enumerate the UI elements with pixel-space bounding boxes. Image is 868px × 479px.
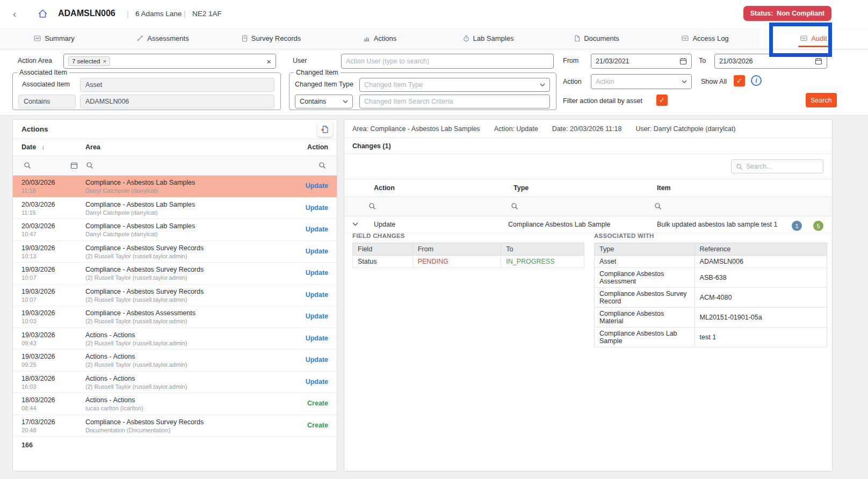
type-column-header: Type <box>595 243 695 256</box>
changes-search-row <box>344 154 832 179</box>
search-icon[interactable] <box>24 162 31 169</box>
search-button[interactable]: Search <box>806 93 837 107</box>
update-link[interactable]: Update <box>306 269 328 277</box>
audit-row[interactable]: 20/03/202610:47Compliance - Asbestos Lab… <box>13 219 337 241</box>
header-separator: | <box>184 10 186 18</box>
actions-panel-header: Actions <box>13 120 337 139</box>
associated-item-legend: Associated Item <box>17 69 69 76</box>
create-link[interactable]: Create <box>307 422 328 429</box>
associated-with-table: Type Reference AssetADAMSLN006 Complianc… <box>594 243 827 347</box>
audit-row[interactable]: 19/03/202610:07Compliance - Asbestos Sur… <box>13 263 337 285</box>
changed-item-legend: Changed Item <box>294 69 341 76</box>
meta-user: User: Darryl Catchpole (darrylcat) <box>635 125 735 133</box>
audit-row[interactable]: 19/03/202610:13Compliance - Asbestos Sur… <box>13 241 337 263</box>
tab-survey-records[interactable]: Survey Records <box>217 28 326 49</box>
filter-by-asset-checkbox[interactable]: ✓ <box>656 95 668 106</box>
search-icon[interactable] <box>654 202 662 210</box>
changed-item-search-input[interactable] <box>359 95 550 108</box>
action-label: Action <box>563 78 582 85</box>
collapse-chevron-icon[interactable] <box>352 222 358 226</box>
filter-by-asset-label: Filter action detail by asset <box>563 97 642 105</box>
update-link[interactable]: Update <box>306 204 328 212</box>
tab-lab-samples[interactable]: Lab Samples <box>434 28 542 49</box>
action-select[interactable]: Action <box>591 74 692 89</box>
audit-row[interactable]: 19/03/202609:43Actions - Actions(2) Russ… <box>13 328 337 350</box>
changes-search-input[interactable] <box>746 163 811 170</box>
update-link[interactable]: Update <box>306 248 328 255</box>
audit-row[interactable]: 19/03/202609:25Actions - Actions(2) Russ… <box>13 350 337 372</box>
changes-type-column: Type <box>513 184 529 192</box>
action-area-multiselect[interactable]: 7 selected × × <box>63 54 276 69</box>
changed-item-type-select[interactable]: Changed Item Type <box>359 78 550 92</box>
audit-row[interactable]: 18/03/202608:44Actions - Actionslucas ca… <box>13 393 337 415</box>
home-icon[interactable] <box>38 9 48 19</box>
audit-row[interactable]: 19/03/202610:03Compliance - Asbestos Ass… <box>13 306 337 328</box>
audit-icon <box>800 35 807 42</box>
to-column-header: To <box>501 243 584 256</box>
audit-row[interactable]: 19/03/202610:07Compliance - Asbestos Sur… <box>13 285 337 307</box>
changed-item-contains-select[interactable]: Contains <box>295 95 353 108</box>
info-icon[interactable]: i <box>751 75 762 86</box>
date-column-header[interactable]: Date↓ <box>21 143 45 151</box>
associated-with-title: ASSOCIATED WITH <box>594 233 827 239</box>
tab-audit[interactable]: Audit <box>760 28 868 49</box>
search-icon[interactable] <box>368 202 376 210</box>
associated-item-label: Associated Item <box>22 81 70 88</box>
association-row: Compliance Asbestos Lab Sampletest 1 <box>595 328 827 347</box>
status-badge: Status: Non Compliant <box>743 6 831 21</box>
search-icon[interactable] <box>319 162 326 169</box>
sort-descending-icon: ↓ <box>41 143 45 151</box>
field-change-row: Status PENDING IN_PROGRESS <box>353 256 584 268</box>
back-icon[interactable]: ‹ <box>13 9 16 20</box>
to-date-input[interactable]: 21/03/2026 <box>714 54 827 69</box>
tab-actions[interactable]: Actions <box>326 28 434 49</box>
chip-remove-icon[interactable]: × <box>103 58 106 64</box>
field-changes-title: FIELD CHANGES <box>352 233 584 239</box>
audit-row[interactable]: 17/03/202620:48Compliance - Asbestos Sur… <box>13 415 337 437</box>
create-link[interactable]: Create <box>307 400 328 407</box>
audit-row[interactable]: 18/03/202616:03Actions - Actions(2) Russ… <box>13 372 337 394</box>
update-link[interactable]: Update <box>306 356 328 364</box>
from-date-input[interactable]: 21/03/2021 <box>591 54 692 69</box>
audit-row[interactable]: 20/03/202611:15Compliance - Asbestos Lab… <box>13 198 337 220</box>
show-all-checkbox[interactable]: ✓ <box>734 75 745 86</box>
changes-item-column: Item <box>657 184 671 192</box>
search-icon[interactable] <box>511 202 518 210</box>
calendar-icon[interactable] <box>70 162 78 169</box>
tab-assessments[interactable]: Assessments <box>108 28 217 49</box>
associated-item-search-field: ADAMSLN006 <box>80 95 274 108</box>
calendar-icon[interactable] <box>679 57 687 65</box>
selected-count-chip: 7 selected × <box>68 56 110 66</box>
association-row: Compliance Asbestos MaterialML20151-0190… <box>595 308 827 328</box>
calendar-icon[interactable] <box>815 57 822 65</box>
update-link[interactable]: Update <box>306 313 328 320</box>
changes-filter-row <box>344 197 832 216</box>
change-item: Bulk updated asbestos lab sample test 1 <box>657 221 777 228</box>
change-action: Update <box>374 221 395 228</box>
show-all-label: Show All <box>701 78 727 85</box>
update-link[interactable]: Update <box>306 335 328 342</box>
action-column-header: Action <box>307 143 328 151</box>
action-user-input[interactable] <box>341 54 554 69</box>
field-column-header: Field <box>353 243 413 256</box>
field-name: Status <box>353 256 413 268</box>
clear-selection-icon[interactable]: × <box>266 57 271 66</box>
update-link[interactable]: Update <box>306 182 328 190</box>
actions-filter-row <box>13 156 337 176</box>
chevron-down-icon <box>343 100 348 103</box>
update-link[interactable]: Update <box>306 378 328 386</box>
asset-address: 6 Adams Lane <box>135 10 182 18</box>
audit-detail-panel: Area: Compliance - Asbestos Lab Samples … <box>344 119 833 471</box>
update-link[interactable]: Update <box>306 291 328 299</box>
total-count: 166 <box>21 441 33 449</box>
export-icon[interactable] <box>317 122 332 137</box>
audit-row[interactable]: 20/03/202611:18Compliance - Asbestos Lab… <box>13 176 337 198</box>
tab-documents[interactable]: Documents <box>542 28 651 49</box>
changes-search-box[interactable] <box>731 159 823 173</box>
associations-count-badge: 5 <box>813 221 823 231</box>
search-icon[interactable] <box>86 162 93 169</box>
tab-access-log[interactable]: Access Log <box>651 28 760 49</box>
change-row[interactable]: Update Compliance Asbestos Lab Sample Bu… <box>344 216 832 233</box>
tab-summary[interactable]: Summary <box>0 28 108 49</box>
update-link[interactable]: Update <box>306 226 328 233</box>
